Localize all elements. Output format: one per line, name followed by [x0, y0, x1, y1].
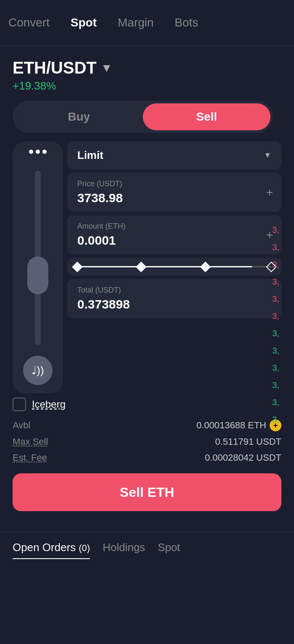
price-field[interactable]: Price (USDT) 3738.98 +: [67, 173, 281, 212]
range-track-filled: [77, 266, 252, 267]
ob-item-9: 3,: [252, 363, 279, 373]
account-info: Avbl 0.00013688 ETH + Max Sell 0.511791 …: [13, 420, 281, 463]
max-sell-label: Max Sell: [13, 436, 48, 447]
nav-bots[interactable]: Bots: [175, 16, 198, 29]
buy-button[interactable]: Buy: [15, 103, 143, 130]
top-navigation: Convert Spot Margin Bots: [0, 0, 294, 46]
nav-convert[interactable]: Convert: [8, 16, 50, 29]
est-fee-label: Est. Fee: [13, 452, 47, 463]
tab-holdings[interactable]: Holdings: [102, 541, 145, 559]
pair-title[interactable]: ETH/USDT ▼: [13, 58, 281, 77]
max-sell-row: Max Sell 0.511791 USDT: [13, 436, 281, 447]
ob-item-8: 3,: [252, 346, 279, 356]
est-fee-value: 0.00028042 USDT: [205, 452, 281, 463]
order-type-selector[interactable]: Limit ▼: [67, 141, 281, 169]
avbl-row: Avbl 0.00013688 ETH +: [13, 420, 281, 431]
price-value: 3738.98: [77, 191, 271, 205]
nav-margin[interactable]: Margin: [118, 16, 154, 29]
range-track: [77, 266, 271, 267]
buy-sell-toggle: Buy Sell: [13, 101, 273, 133]
ob-item-11: 3,: [252, 398, 279, 407]
tab-spot[interactable]: Spot: [158, 541, 181, 559]
avbl-label: Avbl: [13, 420, 30, 431]
ob-item-2: 3,: [252, 243, 279, 252]
slider-marker-33[interactable]: [136, 261, 147, 272]
nav-spot[interactable]: Spot: [71, 16, 97, 29]
open-orders-badge: (0): [79, 543, 90, 553]
order-book-right: 3, 3, 3, 3, 3, 3, 3, 3, 3, 3, 3, 3,: [252, 225, 281, 425]
amount-field[interactable]: Amount (ETH) 0.0001 +: [67, 215, 281, 254]
audio-icon[interactable]: ♩)): [23, 356, 52, 385]
dot-1: [29, 150, 33, 154]
order-type-label: Limit: [77, 149, 103, 162]
est-fee-row: Est. Fee 0.00028042 USDT: [13, 452, 281, 463]
vertical-slider-track[interactable]: [35, 171, 41, 345]
slider-marker-66[interactable]: [200, 261, 210, 272]
ob-item-1: 3,: [252, 225, 279, 235]
iceberg-row: Iceberg: [13, 398, 281, 411]
pair-name: ETH/USDT: [13, 58, 97, 77]
dot-3: [42, 150, 47, 154]
slider-marker-0[interactable]: [72, 261, 82, 272]
tab-open-orders[interactable]: Open Orders (0): [13, 541, 90, 559]
ob-item-7: 3,: [252, 329, 279, 338]
pair-change: +19.38%: [13, 79, 281, 92]
price-plus-button[interactable]: +: [266, 186, 273, 199]
ob-item-6: 3,: [252, 311, 279, 321]
order-form: ♩)) Limit ▼ Price (USDT) 3738.98 + Amoun…: [13, 141, 281, 393]
main-content: ETH/USDT ▼ +19.38% Buy Sell ♩)): [0, 46, 294, 532]
form-right: Limit ▼ Price (USDT) 3738.98 + Amount (E…: [67, 141, 281, 393]
left-sidebar: ♩)): [13, 141, 63, 393]
amount-label: Amount (ETH): [77, 222, 271, 231]
ob-item-4: 3,: [252, 277, 279, 287]
pair-dropdown-icon[interactable]: ▼: [101, 61, 113, 75]
ob-item-3: 3,: [252, 260, 279, 269]
iceberg-checkbox[interactable]: [13, 398, 26, 411]
sell-toggle-button[interactable]: Sell: [143, 103, 270, 130]
dot-2: [36, 150, 40, 154]
amount-value: 0.0001: [77, 233, 271, 248]
dots-menu[interactable]: [29, 150, 47, 154]
pair-header: ETH/USDT ▼ +19.38%: [13, 58, 281, 92]
total-label: Total (USDT): [77, 286, 271, 295]
max-sell-value: 0.511791 USDT: [215, 436, 281, 447]
iceberg-label: Iceberg: [32, 399, 66, 410]
percentage-slider[interactable]: [67, 258, 281, 276]
total-value: 0.373898: [77, 297, 271, 311]
vertical-slider-thumb[interactable]: [27, 256, 48, 294]
order-type-dropdown-icon: ▼: [264, 151, 271, 160]
ob-item-5: 3,: [252, 294, 279, 304]
ob-item-12: 3,: [252, 415, 279, 425]
ob-item-10: 3,: [252, 380, 279, 390]
price-label: Price (USDT): [77, 179, 271, 188]
sell-eth-button[interactable]: Sell ETH: [13, 473, 281, 511]
total-field: Total (USDT) 0.373898: [67, 279, 281, 318]
bottom-tabs: Open Orders (0) Holdings Spot: [0, 532, 294, 559]
